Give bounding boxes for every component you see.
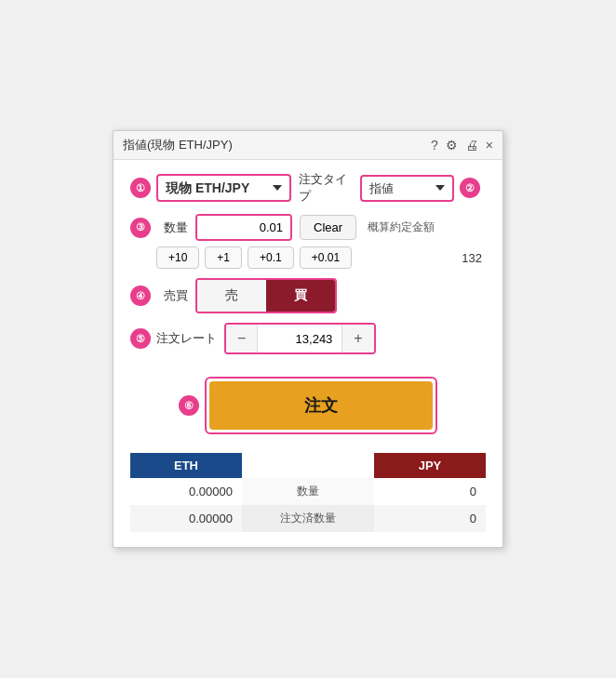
jpy-header: JPY (374, 453, 486, 478)
settings-icon[interactable]: ⚙ (446, 138, 458, 153)
print-icon[interactable]: 🖨 (465, 138, 478, 153)
instrument-select[interactable]: 現物 ETH/JPY (156, 174, 291, 202)
table-row: 0.00000 数量 0 (130, 478, 486, 505)
quantity-row: ③ 数量 Clear 概算約定金額 (130, 214, 486, 241)
rate-row: ⑤ 注文レート − + (130, 323, 486, 354)
buysell-toggle: 売 買 (195, 278, 337, 313)
rate-minus-button[interactable]: − (226, 325, 258, 352)
order-btn-wrapper: 注文 (205, 377, 437, 434)
estimated-value: 132 (462, 251, 482, 265)
qty-label: 数量 (164, 219, 188, 236)
instrument-row: ① 現物 ETH/JPY 注文タイプ 指値 成行 逆指値 ② (130, 171, 486, 205)
inc-row: +10 +1 +0.1 +0.01 132 (130, 246, 486, 269)
step5-label: ⑤ (130, 328, 151, 349)
step1-label: ① (130, 178, 151, 198)
quantity-input[interactable] (197, 216, 290, 239)
title-bar-controls: ? ⚙ 🖨 × (431, 138, 493, 153)
window-title: 指値(現物 ETH/JPY) (123, 137, 233, 153)
estimated-label: 概算約定金額 (368, 219, 435, 235)
sell-button[interactable]: 売 (197, 280, 266, 312)
mid-header (242, 453, 374, 478)
balance-table: ETH JPY 0.00000 数量 0 0.00000 注文済数量 0 (130, 453, 486, 532)
buysell-row: ④ 売買 売 買 (130, 278, 486, 313)
jpy-ordered-value: 0 (374, 505, 486, 532)
step6-label: ⑥ (179, 395, 199, 416)
step3-label: ③ (130, 218, 151, 238)
quantity-input-wrapper (195, 214, 292, 241)
order-button[interactable]: 注文 (209, 381, 433, 430)
order-type-select[interactable]: 指値 成行 逆指値 (360, 175, 454, 202)
order-type-label: 注文タイプ (299, 171, 353, 205)
eth-ordered-value: 0.00000 (130, 505, 242, 532)
ordered-qty-label-cell: 注文済数量 (242, 505, 374, 532)
inc-01-button[interactable]: +0.1 (248, 246, 294, 269)
title-bar: 指値(現物 ETH/JPY) ? ⚙ 🖨 × (114, 131, 502, 160)
inc-001-button[interactable]: +0.01 (300, 246, 352, 269)
rate-control: − + (224, 323, 376, 354)
eth-qty-value: 0.00000 (130, 478, 242, 505)
clear-button[interactable]: Clear (300, 215, 356, 240)
buy-button[interactable]: 買 (266, 280, 335, 312)
eth-header: ETH (130, 453, 242, 478)
rate-label: 注文レート (156, 330, 217, 347)
close-icon[interactable]: × (486, 138, 493, 153)
step2-label: ② (460, 178, 480, 198)
inc-10-button[interactable]: +10 (156, 246, 199, 269)
help-icon[interactable]: ? (431, 138, 438, 153)
rate-plus-button[interactable]: + (341, 325, 373, 352)
buysell-label: 売買 (164, 287, 188, 304)
qty-label-cell: 数量 (242, 478, 374, 505)
order-row: ⑥ 注文 (130, 377, 486, 434)
step4-label: ④ (130, 286, 151, 306)
rate-input[interactable] (258, 327, 341, 351)
jpy-qty-value: 0 (374, 478, 486, 505)
table-row: 0.00000 注文済数量 0 (130, 505, 486, 532)
content-area: ① 現物 ETH/JPY 注文タイプ 指値 成行 逆指値 ② ③ 数量 Clea… (114, 160, 502, 547)
inc-1-button[interactable]: +1 (205, 246, 242, 269)
main-window: 指値(現物 ETH/JPY) ? ⚙ 🖨 × ① 現物 ETH/JPY 注文タイ… (113, 130, 503, 548)
